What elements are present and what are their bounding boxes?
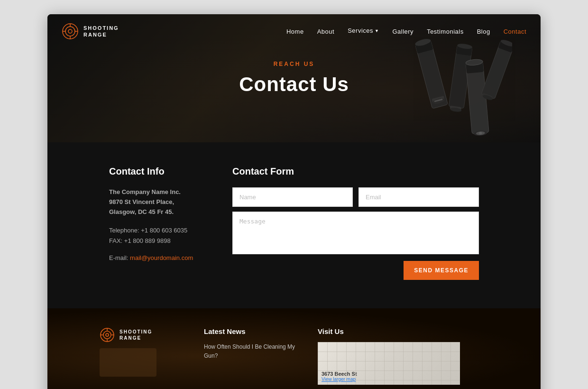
contact-email-link[interactable]: mail@yourdomain.com [130, 254, 193, 261]
nav-links: Home About Services ▼ Gallery Testimonia… [286, 27, 526, 36]
footer-news-item[interactable]: How Often Should I Be Cleaning My Gun? [204, 343, 295, 359]
send-message-button[interactable]: SEND MESSAGE [404, 261, 479, 280]
navigation: SHOOTING RANGE Home About Services ▼ Gal… [47, 14, 541, 48]
contact-form-heading: Contact Form [232, 166, 479, 177]
svg-point-24 [68, 29, 72, 33]
footer-brand-image [100, 348, 156, 377]
form-row-name-email [232, 187, 479, 207]
logo-icon [62, 23, 79, 40]
contact-info-panel: Contact Info The Company Name Inc. 9870 … [109, 166, 204, 280]
svg-point-31 [106, 333, 109, 336]
svg-point-30 [103, 331, 111, 339]
footer-inner: SHOOTING RANGE Latest News How Often Sho… [100, 327, 488, 385]
contact-email-line: E-mail: mail@yourdomain.com [109, 254, 204, 261]
map-container[interactable]: 3673 Beech St View larger map [318, 342, 460, 385]
email-input[interactable] [358, 187, 479, 207]
company-address: The Company Name Inc. 9870 St Vincent Pl… [109, 187, 204, 217]
logo-text: SHOOTING RANGE [83, 25, 119, 38]
nav-testimonials[interactable]: Testimonials [427, 28, 464, 35]
footer-visit-us: Visit Us 3673 Beech St View larger map [318, 327, 488, 385]
footer-brand: SHOOTING RANGE [100, 327, 185, 385]
services-dropdown-arrow: ▼ [375, 28, 379, 33]
nav-about[interactable]: About [317, 28, 334, 35]
logo: SHOOTING RANGE [62, 23, 119, 40]
hero-section: SHOOTING RANGE Home About Services ▼ Gal… [47, 14, 541, 142]
nav-contact[interactable]: Contact [504, 28, 526, 35]
contact-info-heading: Contact Info [109, 166, 204, 177]
message-textarea[interactable] [232, 212, 479, 254]
nav-home[interactable]: Home [286, 28, 304, 35]
contact-inner: Contact Info The Company Name Inc. 9870 … [109, 166, 479, 280]
contact-section: Contact Info The Company Name Inc. 9870 … [47, 142, 541, 308]
form-footer: SEND MESSAGE [232, 261, 479, 280]
nav-gallery[interactable]: Gallery [392, 28, 413, 35]
nav-blog[interactable]: Blog [477, 28, 490, 35]
nav-services[interactable]: Services ▼ [348, 27, 379, 34]
svg-point-23 [65, 27, 75, 36]
contact-phone-fax: Telephone: +1 800 603 6035 FAX: +1 800 8… [109, 225, 204, 246]
footer-latest-news: Latest News How Often Should I Be Cleani… [204, 327, 299, 385]
hero-eyebrow: REACH US [274, 61, 315, 67]
footer-section: SHOOTING RANGE Latest News How Often Sho… [47, 308, 541, 389]
footer-logo-text: SHOOTING RANGE [119, 329, 152, 341]
hero-title: Contact Us [239, 73, 349, 96]
footer-news-heading: Latest News [204, 327, 299, 335]
name-input[interactable] [232, 187, 353, 207]
browser-window: SHOOTING RANGE Home About Services ▼ Gal… [47, 14, 541, 389]
footer-logo: SHOOTING RANGE [100, 327, 185, 343]
footer-logo-icon [100, 327, 115, 343]
contact-form-panel: Contact Form SEND MESSAGE [232, 166, 479, 280]
footer-visit-heading: Visit Us [318, 327, 488, 335]
map-grid-lines [318, 342, 460, 385]
